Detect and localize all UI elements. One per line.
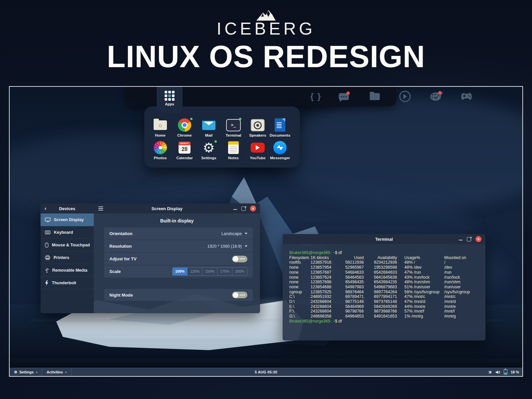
notification-badge bbox=[438, 91, 442, 94]
terminal-output: Bruker365@norge365: ~$ df Filesystem1K-b… bbox=[283, 244, 485, 324]
resolution-row[interactable]: Resolution 1920 * 1080 (16:9) bbox=[104, 240, 253, 253]
sidebar-item-printers[interactable]: Printers bbox=[41, 251, 94, 264]
df-row: E:\243268604 564649695642649269 44% /mnt… bbox=[289, 304, 479, 309]
sidebar-item-removable-media[interactable]: Removable Media bbox=[41, 264, 94, 277]
night-mode-row: Night Mode OFF bbox=[104, 289, 253, 301]
desktop-screenshot: { } bbox=[9, 86, 523, 377]
airplane-mode-icon[interactable]: ✈ bbox=[487, 369, 493, 375]
terminal-icon: >_ bbox=[226, 119, 241, 131]
scale-option-175[interactable]: 175% bbox=[217, 268, 232, 275]
window-title: Terminal bbox=[283, 237, 485, 242]
arrow-up-icon: ▲ bbox=[65, 371, 67, 373]
dropdown-arrow-icon bbox=[245, 233, 247, 234]
resolution-value[interactable]: 1920 * 1080 (16:9) bbox=[207, 244, 242, 249]
night-mode-card: Night Mode OFF bbox=[104, 289, 253, 301]
settings-titlebar[interactable]: ‹ Devices Screen Display × bbox=[41, 203, 260, 213]
mail-icon bbox=[202, 120, 215, 130]
prompt-line: Bruker365@norge365: ~$ df bbox=[289, 319, 479, 324]
df-row: D:\243268604 987751489873765148 47% /mnt… bbox=[289, 299, 479, 304]
media-player-app-icon[interactable] bbox=[398, 90, 412, 103]
close-button[interactable]: × bbox=[475, 236, 481, 242]
app-photos[interactable]: Photos bbox=[148, 140, 173, 160]
scale-option-200[interactable]: 200% bbox=[232, 268, 247, 275]
files-app-icon[interactable] bbox=[368, 90, 381, 103]
brand-title: ICEBERG bbox=[0, 19, 532, 39]
terminal-titlebar[interactable]: Terminal × bbox=[283, 234, 485, 244]
dock-apps-tab[interactable]: Apps bbox=[157, 87, 183, 113]
minimize-button[interactable] bbox=[459, 240, 463, 240]
app-chrome[interactable]: Chrome bbox=[172, 118, 197, 137]
monitor-icon bbox=[45, 217, 51, 222]
df-row: none123857687 546846336542684633 47% /ru… bbox=[289, 270, 479, 275]
popout-button[interactable] bbox=[241, 206, 246, 211]
hero-header: ICEBERG LINUX OS REDESIGN bbox=[0, 9, 532, 74]
printer-icon bbox=[45, 255, 50, 260]
battery-icon[interactable] bbox=[504, 369, 507, 375]
scale-segmented-control: 100% 125% 150% 175% 200% bbox=[172, 267, 247, 276]
photos-icon bbox=[154, 141, 167, 154]
scale-option-125[interactable]: 125% bbox=[187, 268, 202, 275]
gear-icon: ⚙ bbox=[203, 140, 215, 155]
settings-sidebar: Screen Display Keyboard Mouse & Touchpad bbox=[41, 213, 94, 313]
page-title: LINUX OS REDESIGN bbox=[0, 39, 532, 74]
gear-icon: ⚙ bbox=[14, 370, 17, 374]
app-terminal[interactable]: >_ Terminal bbox=[221, 118, 246, 137]
scale-option-100[interactable]: 100% bbox=[173, 268, 187, 275]
games-app-icon[interactable] bbox=[460, 90, 473, 103]
running-dot bbox=[214, 140, 217, 143]
code-icon: { } bbox=[310, 91, 321, 102]
prompt-line: Bruker365@norge365: ~$ df bbox=[289, 250, 479, 255]
adjust-tv-toggle[interactable]: OFF bbox=[232, 256, 247, 262]
app-speakers[interactable]: Speakers bbox=[245, 118, 270, 137]
battery-percentage: 18 % bbox=[511, 370, 519, 374]
window-title: Screen Display bbox=[94, 206, 240, 211]
night-mode-toggle[interactable]: OFF bbox=[232, 292, 247, 298]
minimize-button[interactable] bbox=[233, 209, 237, 210]
code-app-icon[interactable]: { } bbox=[309, 90, 323, 103]
taskbar-clock[interactable]: 5 AUG 05:30 bbox=[255, 370, 277, 374]
app-home[interactable]: ⌂ Home bbox=[148, 118, 173, 137]
speaker-icon bbox=[251, 119, 265, 131]
app-notes[interactable]: Notes bbox=[221, 140, 246, 160]
df-row: none123854688 549879835496879683 51% /ru… bbox=[289, 285, 479, 290]
section-heading: Built-in display bbox=[94, 218, 260, 223]
messenger-icon bbox=[273, 141, 287, 154]
youtube-icon bbox=[251, 143, 265, 153]
popout-button[interactable] bbox=[467, 237, 471, 241]
toggle-knob bbox=[233, 256, 238, 262]
taskbar-activities-button[interactable]: Activities ▲ bbox=[42, 368, 71, 376]
df-header-row: Filesystem1K-blocks UsedAvailability Usa… bbox=[289, 255, 479, 260]
orientation-value[interactable]: Landscape bbox=[221, 231, 242, 236]
theme-app-icon[interactable] bbox=[429, 90, 442, 103]
sidebar-item-screen-display[interactable]: Screen Display bbox=[41, 213, 94, 226]
df-row: cgroup123857925 989764649897764264 58% /… bbox=[289, 290, 479, 295]
scale-option-150[interactable]: 150% bbox=[202, 268, 217, 275]
df-row: none123857698 654984356543984235 48% /ru… bbox=[289, 280, 479, 285]
running-dot bbox=[239, 118, 241, 120]
df-row: G:\248698358 649646536491641653 1% /mnt/… bbox=[289, 314, 479, 319]
app-messenger[interactable]: Messenger bbox=[268, 140, 292, 160]
app-youtube[interactable]: YouTube bbox=[245, 140, 270, 160]
taskbar-status-area: ✈ 18 % bbox=[488, 369, 522, 375]
scale-row: Scale 100% 125% 150% 175% 200% bbox=[104, 265, 253, 278]
taskbar: ⚙ Settings ▲ Activities ▲ 5 AUG 05:30 ✈ … bbox=[10, 368, 522, 376]
orientation-row[interactable]: Orientation Landscape bbox=[104, 227, 253, 240]
volume-icon[interactable] bbox=[495, 370, 500, 374]
home-folder-icon: ⌂ bbox=[154, 120, 167, 130]
toggle-knob bbox=[233, 292, 238, 298]
sidebar-item-keyboard[interactable]: Keyboard bbox=[41, 226, 94, 239]
sidebar-item-mouse-touchpad[interactable]: Mouse & Touchpad bbox=[41, 239, 94, 251]
df-row: rooftfs123857916 592129369234212936 48% … bbox=[289, 260, 479, 265]
app-settings[interactable]: ⚙ Settings bbox=[197, 140, 221, 160]
app-calendar[interactable]: MONDAY 28 Calendar bbox=[172, 140, 197, 160]
settings-window: ‹ Devices Screen Display × Screen Displa… bbox=[41, 203, 260, 313]
taskbar-settings-button[interactable]: ⚙ Settings ▲ bbox=[10, 368, 42, 376]
app-documents[interactable]: Documents bbox=[268, 118, 292, 137]
messages-app-icon[interactable] bbox=[337, 90, 350, 103]
close-button[interactable]: × bbox=[250, 205, 256, 211]
notes-icon bbox=[228, 141, 239, 154]
sidebar-item-thunderbolt[interactable]: Thunderbolt bbox=[41, 277, 94, 289]
app-mail[interactable]: Mail bbox=[197, 118, 221, 137]
notification-badge bbox=[346, 91, 350, 95]
sidebar-title: Devices bbox=[41, 206, 94, 211]
